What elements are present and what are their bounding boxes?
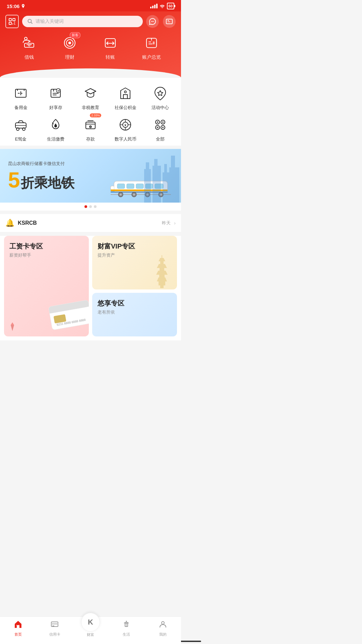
signal-icon (150, 4, 158, 8)
services-grid: 备用金 好享存 非税教育 (3, 85, 178, 142)
svg-rect-74 (159, 281, 165, 285)
vip-card[interactable]: 财富VIP专区 提升资产 (92, 236, 177, 289)
services-section: 备用金 好享存 非税教育 (0, 78, 181, 146)
svg-point-55 (133, 194, 135, 196)
wifi-icon (160, 4, 165, 8)
social-fund-icon (118, 86, 133, 101)
status-time: 15:06 (7, 3, 19, 9)
svg-rect-1 (13, 18, 15, 21)
quick-action-invest[interactable]: 新客 理财 (61, 34, 78, 60)
edu-icon (83, 86, 98, 101)
salary-card-subtitle: 薪资好帮手 (9, 252, 83, 258)
search-bar[interactable]: 请输入关键词 (22, 16, 143, 27)
quick-action-account[interactable]: 账户总览 (142, 34, 161, 60)
message-button[interactable] (163, 15, 176, 28)
svg-point-15 (24, 37, 27, 40)
invest-badge: 新客 (70, 32, 80, 38)
non-tax-edu-label: 非税教育 (82, 105, 99, 111)
svg-marker-81 (159, 258, 165, 261)
service-social-fund[interactable]: 社保公积金 (108, 85, 143, 111)
location-icon (21, 4, 25, 8)
enjoy-card-subtitle: 老有所依 (98, 309, 172, 315)
svg-point-25 (124, 91, 126, 93)
svg-point-16 (28, 45, 30, 46)
service-backup-fund[interactable]: 备用金 (3, 85, 38, 111)
notification-title: KSRCB (18, 220, 159, 226)
svg-rect-63 (154, 159, 158, 203)
service-good-save[interactable]: 好享存 (38, 85, 73, 111)
vip-card-title: 财富VIP专区 (98, 242, 172, 251)
salary-card[interactable]: 工资卡专区 薪资好帮手 6231 8888 8888 8888 (4, 236, 89, 336)
activity-icon (153, 86, 168, 101)
banner-dot-3[interactable] (94, 205, 97, 208)
all-icon (153, 117, 168, 132)
enjoy-card[interactable]: 悠享专区 老有所依 (92, 293, 177, 336)
svg-rect-2 (9, 22, 11, 24)
service-e-driving[interactable]: E驾金 (3, 116, 38, 142)
header-top: 请输入关键词 (5, 15, 176, 28)
banner-dot-1[interactable] (84, 205, 87, 208)
service-all[interactable]: 全部 (143, 116, 178, 142)
good-save-icon (48, 86, 63, 101)
banner: 昆山农商银行储蓄卡微信支付 5 折乘地铁 (0, 149, 181, 203)
svg-rect-0 (9, 18, 11, 21)
battery-icon: 60 (167, 3, 174, 9)
status-bar: 15:06 60 (0, 0, 181, 11)
notification-time: 昨天 (162, 220, 171, 226)
cards-grid: 工资卡专区 薪资好帮手 6231 8888 8888 8888 (4, 236, 177, 336)
bank-card-illustration: 6231 8888 8888 8888 (47, 298, 89, 333)
backup-fund-icon (13, 86, 28, 101)
activity-label: 活动中心 (152, 105, 169, 111)
service-life-pay[interactable]: 生活缴费 (38, 116, 73, 142)
svg-rect-80 (160, 261, 164, 265)
svg-rect-67 (171, 156, 175, 203)
salary-card-title: 工资卡专区 (9, 242, 83, 251)
banner-dot-2[interactable] (89, 205, 92, 208)
city-silhouette (141, 149, 181, 203)
service-non-tax-edu[interactable]: 非税教育 (73, 85, 108, 111)
svg-rect-76 (159, 275, 165, 278)
backup-fund-label: 备用金 (14, 105, 27, 111)
service-digital-rmb[interactable]: ¥ 数字人民币 (108, 116, 143, 142)
social-fund-label: 社保公积金 (115, 105, 136, 111)
e-driving-icon (13, 117, 28, 132)
svg-point-53 (120, 194, 122, 196)
banner-subtitle: 昆山农商银行储蓄卡微信支付 (8, 161, 74, 167)
quick-action-borrow[interactable]: 借钱 (20, 34, 38, 60)
life-pay-icon (48, 117, 63, 132)
diamond-decoration (7, 322, 17, 333)
all-label: 全部 (156, 136, 165, 142)
svg-line-6 (14, 23, 15, 24)
life-pay-label: 生活缴费 (47, 136, 64, 142)
invest-label: 理财 (65, 54, 74, 60)
header-icons (146, 15, 176, 28)
scan-icon[interactable] (5, 15, 19, 28)
transfer-icon (103, 35, 118, 51)
svg-rect-45 (117, 184, 125, 189)
status-indicators: 60 (150, 3, 174, 9)
search-placeholder: 请输入关键词 (36, 18, 64, 24)
svg-text:¥: ¥ (124, 123, 126, 127)
enjoy-card-title: 悠享专区 (98, 299, 172, 308)
svg-text:¥: ¥ (89, 125, 92, 128)
svg-line-8 (31, 22, 33, 24)
svg-rect-12 (166, 19, 172, 24)
svg-point-24 (56, 89, 60, 93)
svg-rect-46 (127, 184, 134, 189)
pagoda-icon (150, 255, 174, 289)
status-time-area: 15:06 (7, 3, 25, 9)
banner-section[interactable]: 昆山农商银行储蓄卡微信支付 5 折乘地铁 (0, 149, 181, 211)
digital-rmb-label: 数字人民币 (115, 136, 136, 142)
service-activity[interactable]: 活动中心 (143, 85, 178, 111)
deposit-icon: ¥ (83, 117, 98, 132)
digital-rmb-icon: ¥ (118, 117, 133, 132)
promo-cards-section: 工资卡专区 薪资好帮手 6231 8888 8888 8888 (0, 236, 181, 340)
notification-row[interactable]: 🔔 KSRCB 昨天 › (0, 214, 181, 232)
svg-point-19 (68, 42, 71, 44)
service-deposit[interactable]: 2.33% ¥ 存款 (73, 116, 108, 142)
customer-service-button[interactable] (146, 15, 159, 28)
quick-action-transfer[interactable]: 转账 (102, 34, 119, 60)
account-icon (144, 35, 159, 51)
quick-actions: 借钱 新客 理财 (5, 34, 176, 60)
banner-text: 昆山农商银行储蓄卡微信支付 5 折乘地铁 (8, 161, 74, 191)
